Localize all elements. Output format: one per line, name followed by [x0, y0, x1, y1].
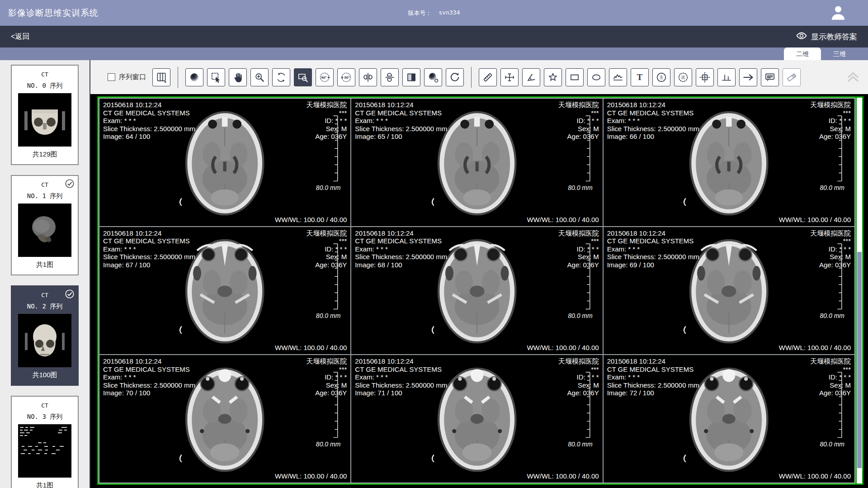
rotate-free-button[interactable] — [272, 68, 290, 86]
tab-strip: 二维 三维 — [0, 47, 868, 60]
user-avatar-icon[interactable] — [829, 4, 847, 22]
overlay-hospital: 天堰模拟医院 — [810, 357, 851, 365]
selected-grid-frame: 20150618 10:12:24 CT GE MEDICAL SYSTEMS … — [97, 96, 863, 485]
profile-curve-button[interactable] — [609, 68, 627, 86]
overlay-image-number: Image: 64 / 100 — [103, 133, 195, 141]
overlay-top-right: 天堰模拟医院 *** ID: * * * Sex: M Age: 036Y — [558, 101, 599, 141]
series-card-2[interactable]: CT NO. 2 序列 共100图 — [11, 285, 79, 386]
eraser-button[interactable] — [783, 68, 801, 86]
series-card-0[interactable]: CT NO. 0 序列 共129图 — [11, 65, 79, 165]
series-thumbnail — [18, 204, 71, 257]
overlay-patient-id: ID: * * * — [810, 117, 851, 125]
viewport-cell-5[interactable]: 20150618 10:12:24 CT GE MEDICAL SYSTEMS … — [351, 227, 603, 355]
viewport-cell-2[interactable]: 20150618 10:12:24 CT GE MEDICAL SYSTEMS … — [351, 98, 603, 227]
overlay-age: Age: 036Y — [558, 389, 599, 397]
overlay-patient-id: ID: * * * — [810, 373, 851, 381]
perpendicular-button[interactable] — [717, 68, 736, 86]
overlay-image-number: Image: 69 / 100 — [607, 261, 699, 269]
series-window-checkbox[interactable]: 序列窗口 — [108, 73, 146, 81]
rect-roi-button[interactable] — [566, 68, 584, 86]
overlay-age: Age: 036Y — [306, 389, 347, 397]
zoom-region-button[interactable] — [294, 68, 312, 86]
overlay-age: Age: 036Y — [306, 261, 347, 269]
overlay-device: CT GE MEDICAL SYSTEMS — [103, 365, 195, 374]
overlay-datetime: 20150618 10:12:24 — [103, 229, 195, 237]
tab-2d[interactable]: 二维 — [784, 47, 821, 60]
scrollbar-thumb[interactable] — [857, 252, 862, 468]
overlay-top-left: 20150618 10:12:24 CT GE MEDICAL SYSTEMS … — [607, 101, 699, 141]
invert-button[interactable] — [402, 68, 420, 86]
overlay-age: Age: 036Y — [810, 389, 851, 397]
series-list: CT NO. 0 序列 共129图CT NO. 1 序列 共1图CT NO. 2… — [0, 65, 90, 488]
viewport-cell-8[interactable]: 20150618 10:12:24 CT GE MEDICAL SYSTEMS … — [351, 355, 603, 483]
window-preset-button[interactable] — [185, 68, 203, 86]
comment-button[interactable] — [761, 68, 779, 86]
viewport-cell-7[interactable]: 20150618 10:12:24 CT GE MEDICAL SYSTEMS … — [99, 355, 351, 483]
viewport-cell-6[interactable]: 20150618 10:12:24 CT GE MEDICAL SYSTEMS … — [603, 227, 855, 355]
scrollbar-track[interactable] — [855, 98, 862, 483]
freehand-roi-button[interactable] — [544, 68, 562, 86]
ellipse-roi-button[interactable] — [587, 68, 605, 86]
viewport-cell-9[interactable]: 20150618 10:12:24 CT GE MEDICAL SYSTEMS … — [603, 355, 855, 483]
overlay-patient-id: ID: * * * — [306, 245, 347, 253]
version-value: svn334 — [439, 9, 460, 17]
window-level-button[interactable] — [424, 68, 442, 86]
version-label: 版本号： — [408, 9, 432, 17]
measure-length-button[interactable] — [479, 68, 497, 86]
pan-button[interactable] — [229, 68, 247, 86]
series-modality: CT — [12, 71, 78, 78]
zoom-button[interactable] — [250, 68, 269, 86]
overlay-window-level: WW/WL: 100.00 / 40.00 — [527, 216, 599, 223]
rotate-90-ccw-button[interactable]: 90° — [316, 68, 334, 86]
viewport-cell-1[interactable]: 20150618 10:12:24 CT GE MEDICAL SYSTEMS … — [99, 98, 351, 227]
select-button[interactable] — [207, 68, 225, 86]
mark-primary-button[interactable]: 主 — [652, 68, 670, 86]
overlay-sex: Sex: M — [810, 253, 851, 261]
measure-cross-button[interactable] — [500, 68, 519, 86]
reset-button[interactable] — [446, 68, 464, 86]
arrow-annotation-button[interactable] — [739, 68, 757, 86]
overlay-window-level: WW/WL: 100.00 / 40.00 — [527, 344, 599, 351]
viewport-cell-3[interactable]: 20150618 10:12:24 CT GE MEDICAL SYSTEMS … — [603, 98, 855, 227]
overlay-top-right: 天堰模拟医院 *** ID: * * * Sex: M Age: 036Y — [810, 357, 851, 397]
tab-3d[interactable]: 三维 — [821, 47, 858, 60]
overlay-image-number: Image: 68 / 100 — [355, 261, 447, 269]
scale-ruler-icon — [332, 243, 339, 309]
overlay-hospital: 天堰模拟医院 — [306, 229, 347, 237]
overlay-slice-thickness: Slice Thickness: 2.500000 mm — [607, 125, 699, 133]
locator-button[interactable] — [696, 68, 714, 86]
svg-text:次: 次 — [681, 75, 685, 80]
series-thumbnail — [18, 424, 71, 478]
back-button[interactable]: <返回 — [11, 32, 29, 42]
flip-vertical-button[interactable] — [381, 68, 399, 86]
series-count: 共100图 — [12, 371, 78, 379]
overlay-top-left: 20150618 10:12:24 CT GE MEDICAL SYSTEMS … — [355, 229, 447, 269]
overlay-top-left: 20150618 10:12:24 CT GE MEDICAL SYSTEMS … — [607, 229, 699, 269]
rotate-90-cw-button[interactable]: 90° — [337, 68, 355, 86]
series-modality: CT — [12, 402, 78, 409]
series-name: NO. 1 序列 — [12, 192, 78, 200]
overlay-sex: Sex: M — [558, 125, 599, 133]
measure-angle-button[interactable] — [522, 68, 540, 86]
overlay-top-right: 天堰模拟医院 *** ID: * * * Sex: M Age: 036Y — [558, 357, 599, 397]
mark-secondary-button[interactable]: 次 — [674, 68, 692, 86]
overlay-stars: *** — [306, 365, 347, 374]
overlay-slice-thickness: Slice Thickness: 2.500000 mm — [103, 253, 195, 261]
checkbox-icon[interactable] — [108, 73, 115, 81]
overlay-age: Age: 036Y — [558, 133, 599, 141]
overlay-top-left: 20150618 10:12:24 CT GE MEDICAL SYSTEMS … — [103, 229, 195, 269]
series-card-3[interactable]: CT NO. 3 序列 共1图 — [11, 396, 79, 488]
overlay-hospital: 天堰模拟医院 — [558, 357, 599, 365]
collapse-toolbar-chevron-icon[interactable] — [845, 71, 861, 85]
show-teacher-answer-button[interactable]: 显示教师答案 — [796, 32, 857, 42]
viewport-cell-4[interactable]: 20150618 10:12:24 CT GE MEDICAL SYSTEMS … — [99, 227, 351, 355]
text-annotation-button[interactable]: T — [631, 68, 649, 86]
overlay-device: CT GE MEDICAL SYSTEMS — [607, 365, 699, 374]
series-card-1[interactable]: CT NO. 1 序列 共1图 — [11, 175, 79, 275]
scale-ruler-icon — [584, 243, 591, 309]
overlay-sex: Sex: M — [306, 381, 347, 389]
overlay-stars: *** — [306, 237, 347, 245]
layout-button[interactable] — [152, 68, 170, 86]
flip-horizontal-button[interactable] — [359, 68, 377, 86]
overlay-window-level: WW/WL: 100.00 / 40.00 — [275, 216, 347, 223]
